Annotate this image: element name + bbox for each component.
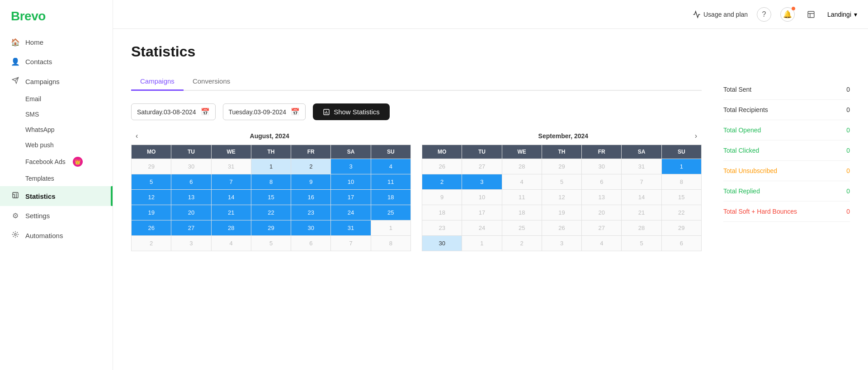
calendar-day[interactable]: 15: [662, 190, 701, 205]
calendar-day[interactable]: 29: [251, 220, 291, 235]
calendar-day[interactable]: 1: [251, 159, 291, 174]
calendar-day[interactable]: 6: [171, 174, 211, 189]
calendar-day[interactable]: 17: [331, 190, 370, 205]
calendar-day[interactable]: 6: [582, 174, 621, 189]
calendar-day[interactable]: 3: [462, 174, 501, 189]
calendar-day[interactable]: 13: [171, 190, 211, 205]
calendar-day[interactable]: 24: [331, 205, 370, 220]
next-month-button[interactable]: ›: [692, 131, 700, 141]
sidebar-item-whatsapp[interactable]: WhatsApp: [25, 122, 113, 137]
calendar-day[interactable]: 23: [291, 205, 330, 220]
calendar-day[interactable]: 18: [371, 190, 410, 205]
sidebar-item-webpush[interactable]: Web push: [25, 137, 113, 153]
sidebar-item-facebook-ads[interactable]: Facebook Ads 👑: [25, 153, 113, 171]
calendar-day[interactable]: 31: [622, 159, 661, 174]
calendar-day[interactable]: 8: [371, 236, 410, 251]
sidebar-item-email[interactable]: Email: [25, 91, 113, 107]
calendar-day[interactable]: 7: [212, 174, 251, 189]
calendar-day[interactable]: 19: [132, 205, 171, 220]
sidebar-item-settings[interactable]: ⚙ Settings: [0, 206, 113, 225]
calendar-day[interactable]: 8: [662, 174, 701, 189]
calendar-day[interactable]: 9: [291, 174, 330, 189]
calendar-day[interactable]: 12: [542, 190, 581, 205]
notifications-icon[interactable]: 🔔: [780, 7, 795, 22]
calendar-day[interactable]: 20: [582, 205, 621, 220]
calendar-day[interactable]: 7: [331, 236, 370, 251]
calendar-day[interactable]: 4: [502, 174, 542, 189]
calendar-day[interactable]: 6: [662, 236, 701, 251]
calendar-day[interactable]: 13: [582, 190, 621, 205]
calendar-day[interactable]: 25: [502, 220, 542, 235]
calendar-day[interactable]: 31: [331, 220, 370, 235]
calendar-day[interactable]: 26: [542, 220, 581, 235]
calendar-day[interactable]: 2: [502, 236, 542, 251]
calendar-day[interactable]: 14: [622, 190, 661, 205]
calendar-day[interactable]: 27: [462, 159, 501, 174]
calendar-day[interactable]: 2: [132, 236, 171, 251]
calendar-day[interactable]: 10: [462, 190, 501, 205]
calendar-day[interactable]: 26: [422, 159, 462, 174]
calendar-day[interactable]: 1: [462, 236, 501, 251]
calendar-day[interactable]: 4: [212, 236, 251, 251]
calendar-day[interactable]: 15: [251, 190, 291, 205]
help-icon[interactable]: ?: [757, 7, 771, 22]
calendar-day[interactable]: 6: [291, 236, 330, 251]
calendar-day[interactable]: 24: [462, 220, 501, 235]
sidebar-item-statistics[interactable]: Statistics: [0, 186, 113, 206]
calendar-day[interactable]: 1: [662, 159, 701, 174]
calendar-day[interactable]: 9: [422, 190, 462, 205]
calendar-day[interactable]: 22: [662, 205, 701, 220]
calendar-day[interactable]: 5: [132, 174, 171, 189]
calendar-day[interactable]: 19: [542, 205, 581, 220]
calendar-day[interactable]: 2: [422, 174, 462, 189]
calendar-day[interactable]: 3: [542, 236, 581, 251]
sidebar-item-campaigns[interactable]: Campaigns: [0, 71, 113, 91]
calendar-day[interactable]: 1: [371, 220, 410, 235]
calendar-day[interactable]: 11: [371, 174, 410, 189]
calendar-day[interactable]: 2: [291, 159, 330, 174]
calendar-day[interactable]: 30: [582, 159, 621, 174]
sidebar-item-contacts[interactable]: 👤 Contacts: [0, 52, 113, 71]
calendar-day[interactable]: 29: [542, 159, 581, 174]
sidebar-item-automations[interactable]: Automations: [0, 225, 113, 245]
start-date-input[interactable]: Saturday.03-08-2024 📅: [131, 103, 216, 120]
prev-month-button[interactable]: ‹: [133, 131, 141, 141]
calendar-day[interactable]: 8: [251, 174, 291, 189]
usage-and-plan-link[interactable]: Usage and plan: [693, 10, 748, 19]
calendar-day[interactable]: 21: [212, 205, 251, 220]
show-statistics-button[interactable]: Show Statistics: [313, 103, 390, 120]
calendar-day[interactable]: 20: [171, 205, 211, 220]
calendar-day[interactable]: 18: [422, 205, 462, 220]
calendar-day[interactable]: 4: [582, 236, 621, 251]
calendar-day[interactable]: 14: [212, 190, 251, 205]
calendar-day[interactable]: 5: [622, 236, 661, 251]
sidebar-item-home[interactable]: 🏠 Home: [0, 33, 113, 52]
calendar-day[interactable]: 7: [622, 174, 661, 189]
calendar-day[interactable]: 16: [291, 190, 330, 205]
sidebar-item-sms[interactable]: SMS: [25, 107, 113, 122]
calendar-day[interactable]: 3: [171, 236, 211, 251]
tab-campaigns[interactable]: Campaigns: [131, 73, 184, 91]
account-switcher[interactable]: Landingi ▾: [827, 11, 857, 18]
calendar-day[interactable]: 26: [132, 220, 171, 235]
calendar-day[interactable]: 10: [331, 174, 370, 189]
calendar-day[interactable]: 28: [622, 220, 661, 235]
calendar-day[interactable]: 5: [251, 236, 291, 251]
end-date-input[interactable]: Tuesday.03-09-2024 📅: [223, 103, 306, 120]
calendar-day[interactable]: 23: [422, 220, 462, 235]
calendar-day[interactable]: 4: [371, 159, 410, 174]
calendar-day[interactable]: 5: [542, 174, 581, 189]
calendar-day[interactable]: 12: [132, 190, 171, 205]
calendar-day[interactable]: 25: [371, 205, 410, 220]
calendar-day[interactable]: 3: [331, 159, 370, 174]
calendar-day[interactable]: 18: [502, 205, 542, 220]
calendar-day[interactable]: 28: [212, 220, 251, 235]
tab-conversions[interactable]: Conversions: [184, 73, 239, 91]
calendar-day[interactable]: 30: [291, 220, 330, 235]
calendar-day[interactable]: 31: [212, 159, 251, 174]
sidebar-item-templates[interactable]: Templates: [25, 171, 113, 186]
calendar-day[interactable]: 29: [132, 159, 171, 174]
calendar-day[interactable]: 21: [622, 205, 661, 220]
calendar-day[interactable]: 11: [502, 190, 542, 205]
calendar-day[interactable]: 28: [502, 159, 542, 174]
